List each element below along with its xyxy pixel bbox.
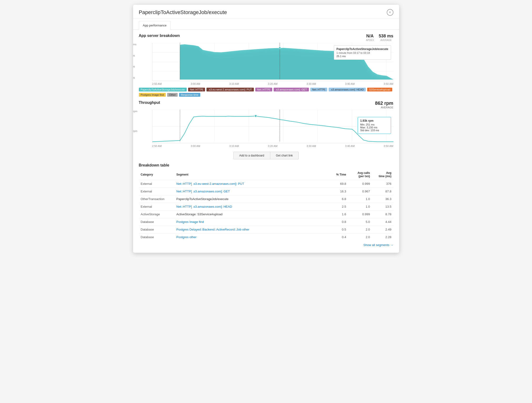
cell-category-0: External bbox=[139, 180, 175, 188]
segment-text-2: PaperclipToActiveStorageJob/execute bbox=[177, 197, 229, 201]
table-row: External Net::HTTP[ .s3.eu-west-2.amazon… bbox=[139, 180, 393, 188]
app-server-chart: PaperclipToActiveStorageJob/execute 1 mi… bbox=[152, 43, 393, 81]
legend-item-5[interactable]: Net::HTTP[ bbox=[310, 88, 327, 91]
segment-link-3b[interactable]: .s3.amazonaws.com]: HEAD bbox=[193, 205, 232, 208]
throughput-chart-wrapper: 2000 rpm 1000 rpm bbox=[139, 110, 393, 149]
throughput-title: Throughput bbox=[139, 101, 160, 105]
cell-pct-6: 0.5 bbox=[329, 226, 348, 233]
cell-segment-1: Net::HTTP[ .s3.amazonaws.com]: GET bbox=[175, 188, 329, 195]
legend-item-7[interactable]: S3Service#upload bbox=[367, 88, 392, 91]
legend-item-8[interactable]: Postgres Image find bbox=[139, 93, 166, 97]
x-label-3: 3:20 AM bbox=[268, 83, 278, 85]
cell-segment-4: ActiveStorage: S3Service#upload bbox=[175, 211, 329, 218]
show-all-segments: Show all segments → bbox=[139, 241, 393, 247]
cell-calls-2: 1.0 bbox=[348, 195, 372, 203]
x-label-0: 2:50 AM bbox=[152, 83, 162, 85]
cell-segment-0: Net::HTTP[ .s3.eu-west-2.amazonaws.com]:… bbox=[175, 180, 329, 188]
app-server-chart-wrapper: 1000 ms 750 ms 500 ms 250 ms bbox=[139, 43, 393, 87]
table-row: OtherTransaction PaperclipToActiveStorag… bbox=[139, 195, 393, 203]
col-category: Category bbox=[139, 170, 175, 180]
tp-x-6: 3:50 AM bbox=[384, 145, 393, 147]
get-chart-link-button[interactable]: Get chart link bbox=[270, 152, 299, 159]
modal-header: PaperclipToActiveStorageJob/execute × bbox=[133, 5, 399, 19]
cell-time-4: 8.78 bbox=[372, 211, 393, 218]
legend-item-0[interactable]: PaperclipToActiveStorageJob/execute bbox=[139, 88, 187, 91]
x-label-6: 3:50 AM bbox=[384, 83, 393, 85]
close-button[interactable]: × bbox=[387, 9, 393, 16]
table-row: Database Postgres other 0.4 2.0 2.28 bbox=[139, 233, 393, 241]
cell-calls-3: 1.0 bbox=[348, 203, 372, 211]
y-axis-labels: 1000 ms 750 ms 500 ms 250 ms bbox=[133, 43, 136, 87]
throughput-header: Throughput 862 rpm AVERAGE bbox=[139, 101, 393, 109]
tooltip-value: 25.1 ms bbox=[336, 55, 388, 58]
tooltip-title: PaperclipToActiveStorageJob/execute bbox=[336, 47, 388, 51]
y-label-3: 500 ms bbox=[133, 65, 136, 68]
segment-link-6[interactable]: Postgres Delayed::Backend::ActiveRecord:… bbox=[177, 228, 249, 231]
cell-segment-6: Postgres Delayed::Backend::ActiveRecord:… bbox=[175, 226, 329, 233]
cell-pct-2: 6.8 bbox=[329, 195, 348, 203]
cell-time-1: 87.8 bbox=[372, 188, 393, 195]
tab-app-performance[interactable]: App performance bbox=[139, 21, 171, 30]
table-row: Database Postgres Delayed::Backend::Acti… bbox=[139, 226, 393, 233]
legend-item-1[interactable]: Net::HTTP[ bbox=[188, 88, 205, 91]
segment-link-1b[interactable]: .s3.amazonaws.com]: GET bbox=[193, 190, 230, 193]
tabs-bar: App performance bbox=[133, 19, 399, 30]
chart-tooltip: PaperclipToActiveStorageJob/execute 1 mi… bbox=[334, 45, 391, 60]
segment-link-5[interactable]: Postgres Image find bbox=[177, 220, 204, 224]
tp-tooltip-rpm: 1.93k rpm bbox=[360, 119, 388, 122]
legend-item-6[interactable]: .s3.amazonaws.com]: HEAD bbox=[329, 88, 366, 91]
segment-link-0b[interactable]: .s3.eu-west-2.amazonaws.com]: PUT bbox=[193, 182, 244, 186]
cell-segment-5: Postgres Image find bbox=[175, 218, 329, 226]
table-row: External Net::HTTP[ .s3.amazonaws.com]: … bbox=[139, 188, 393, 195]
breakdown-table: Category Segment % Time Avg calls (per t… bbox=[139, 170, 393, 241]
table-header-row: Category Segment % Time Avg calls (per t… bbox=[139, 170, 393, 180]
average-value: 538 ms bbox=[379, 34, 393, 38]
app-server-breakdown-header: App server breakdown N/A APDEX 538 ms AV… bbox=[139, 34, 393, 41]
apdex-label: APDEX bbox=[366, 39, 374, 41]
legend-item-2[interactable]: .s3.eu-west-2.amazonaws.com]: PUT bbox=[206, 88, 254, 91]
show-all-link[interactable]: Show all segments → bbox=[363, 243, 393, 247]
cell-calls-7: 2.0 bbox=[348, 233, 372, 241]
x-label-4: 3:30 AM bbox=[306, 83, 316, 85]
x-label-5: 3:40 AM bbox=[345, 83, 355, 85]
tp-x-1: 3:00 AM bbox=[191, 145, 200, 147]
add-dashboard-button[interactable]: Add to a dashboard bbox=[233, 152, 270, 159]
segment-link-1[interactable]: Net::HTTP[ bbox=[177, 190, 192, 193]
cell-pct-7: 0.4 bbox=[329, 233, 348, 241]
tp-x-5: 3:40 AM bbox=[345, 145, 355, 147]
svg-point-25 bbox=[254, 115, 257, 117]
y-label-1: 1000 ms bbox=[133, 43, 136, 46]
modal-container: PaperclipToActiveStorageJob/execute × Ap… bbox=[133, 5, 399, 253]
apdex-block: N/A APDEX bbox=[366, 34, 374, 41]
legend-item-3[interactable]: Net::HTTP[ bbox=[255, 88, 272, 91]
throughput-avg-block: 862 rpm AVERAGE bbox=[375, 101, 393, 109]
table-row: ActiveStorage ActiveStorage: S3Service#u… bbox=[139, 211, 393, 218]
breakdown-title: Breakdown table bbox=[139, 163, 393, 167]
x-axis-labels: 2:50 AM 3:00 AM 3:10 AM 3:20 AM 3:30 AM … bbox=[152, 82, 393, 87]
cell-calls-5: 5.0 bbox=[348, 218, 372, 226]
segment-link-7[interactable]: Postgres other bbox=[177, 235, 197, 239]
tp-y-2: 1000 rpm bbox=[133, 130, 137, 132]
cell-segment-2: PaperclipToActiveStorageJob/execute bbox=[175, 195, 329, 203]
cell-pct-0: 69.8 bbox=[329, 180, 348, 188]
legend-item-4[interactable]: .s3.amazonaws.com]: GET bbox=[274, 88, 309, 91]
cell-time-7: 2.28 bbox=[372, 233, 393, 241]
cell-category-3: External bbox=[139, 203, 175, 211]
tp-tooltip-min: Min: 251 ms bbox=[360, 123, 388, 126]
cell-time-2: 36.3 bbox=[372, 195, 393, 203]
app-server-title: App server breakdown bbox=[139, 34, 180, 38]
cell-category-6: Database bbox=[139, 226, 175, 233]
legend-item-9[interactable]: Other bbox=[167, 93, 178, 97]
legend-item-10[interactable]: Response time bbox=[179, 93, 200, 97]
tp-x-0: 2:50 AM bbox=[152, 145, 162, 147]
segment-link-0[interactable]: Net::HTTP[ bbox=[177, 182, 192, 186]
throughput-y-labels: 2000 rpm 1000 rpm bbox=[133, 110, 137, 149]
cell-pct-1: 16.3 bbox=[329, 188, 348, 195]
apdex-area: N/A APDEX 538 ms AVERAGE bbox=[366, 34, 393, 41]
segment-link-3[interactable]: Net::HTTP[ bbox=[177, 205, 192, 208]
cell-time-5: 4.44 bbox=[372, 218, 393, 226]
table-row: External Net::HTTP[ .s3.amazonaws.com]: … bbox=[139, 203, 393, 211]
average-block: 538 ms AVERAGE bbox=[379, 34, 393, 41]
y-label-4: 250 ms bbox=[133, 76, 136, 79]
throughput-chart: 1.93k rpm Min: 251 ms Max: 3,150 ms Std … bbox=[152, 110, 393, 143]
